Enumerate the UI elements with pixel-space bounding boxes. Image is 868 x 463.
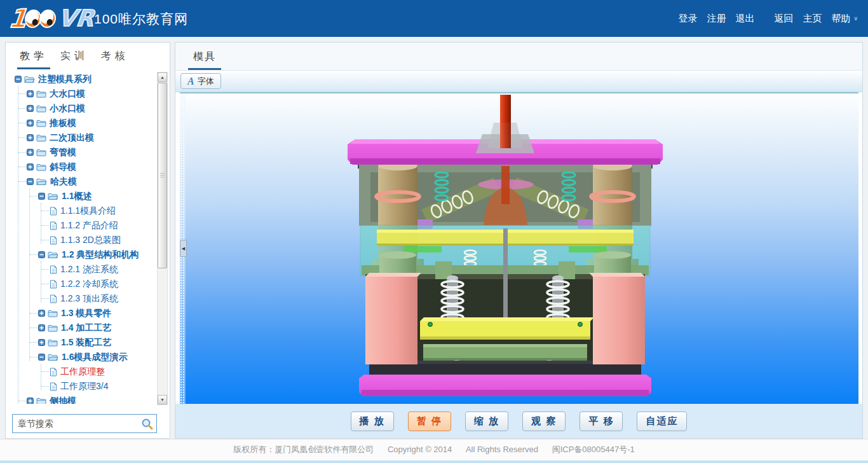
sidebar-tab[interactable]: 教学 [17, 43, 50, 69]
document-icon [50, 382, 57, 391]
expand-icon[interactable] [27, 149, 34, 156]
tree-item-label: 斜导模 [50, 162, 76, 173]
nav-link[interactable]: 注册 [707, 13, 726, 25]
expand-icon[interactable] [38, 324, 45, 331]
tree-item[interactable]: 工作原理整 [10, 364, 154, 379]
tree-item[interactable]: 注塑模具系列 [10, 72, 154, 86]
tree-item[interactable]: 1.1概述 [10, 189, 154, 204]
search-input[interactable] [13, 418, 137, 429]
tree-item-label: 1.1.1模具介绍 [60, 205, 116, 217]
rights-text: All Rights Reserved [466, 445, 538, 454]
observe-button[interactable]: 观 察 [522, 411, 566, 431]
expand-icon[interactable] [27, 397, 34, 404]
nav-link[interactable]: 帮助∨ [831, 13, 858, 25]
collapse-icon[interactable] [38, 193, 45, 200]
viewer-toolbar: A 字体 [175, 71, 862, 92]
tree-item[interactable]: 1.2 典型结构和机构 [10, 247, 154, 262]
mold-model-3d[interactable] [340, 95, 670, 401]
sidebar-tab[interactable]: 考核 [98, 43, 132, 69]
header-nav: 登录注册退出返回主页帮助∨ [668, 0, 858, 37]
tree-item[interactable]: 二次顶出模 [10, 130, 154, 145]
collapse-icon[interactable] [38, 251, 45, 258]
viewer-3d[interactable]: ◀ [180, 92, 858, 404]
folder-icon [36, 104, 46, 113]
tree-guide-line [41, 203, 41, 244]
tree-item[interactable]: 小水口模 [10, 101, 154, 116]
tree-item-label: 1.1.3 2D总装图 [60, 235, 121, 246]
tree-item[interactable]: 1.5 装配工艺 [10, 335, 154, 350]
tree-item-label: 1.3 模具零件 [61, 308, 111, 319]
tree-item[interactable]: 1.1.3 2D总装图 [10, 233, 154, 247]
tree-connector [41, 371, 49, 372]
scroll-up-button[interactable]: ▲ [158, 73, 167, 82]
tree-connector [18, 123, 26, 123]
font-button[interactable]: A 字体 [180, 73, 221, 89]
expand-icon[interactable] [38, 310, 45, 317]
logo-vr-text: VR [57, 6, 95, 31]
folder-icon [48, 324, 58, 332]
tree-item[interactable]: 推板模 [10, 116, 154, 130]
sidebar-tab[interactable]: 实训 [58, 43, 91, 69]
collapse-icon[interactable] [27, 178, 34, 185]
scroll-down-button[interactable]: ▼ [158, 395, 167, 404]
expand-icon[interactable] [27, 90, 34, 97]
tree-connector [18, 401, 26, 401]
search-button[interactable] [137, 415, 156, 432]
copyright-cn: 版权所有：厦门凤凰创壹软件有限公司 [233, 445, 374, 454]
tree-connector [30, 342, 37, 343]
tree-item-label: 哈夫模 [50, 176, 77, 188]
zoom-button[interactable]: 缩 放 [465, 411, 508, 431]
tree-item-label: 1.2.3 顶出系统 [60, 293, 118, 305]
document-icon [50, 221, 57, 230]
tree-item[interactable]: 弯管模 [10, 145, 154, 160]
chevron-down-icon: ∨ [853, 15, 858, 22]
scrollbar-thumb[interactable] [158, 83, 167, 268]
font-button-label: 字体 [198, 76, 214, 87]
play-button[interactable]: 播 放 [351, 411, 394, 431]
tree-connector [30, 328, 37, 328]
tree-item[interactable]: 斜导模 [10, 160, 154, 174]
tree-item[interactable]: 工作原理3/4 [10, 379, 154, 394]
collapse-icon[interactable] [15, 76, 22, 83]
tree-connector [30, 357, 37, 357]
mold-assembly-graphic [340, 95, 670, 399]
tree-item[interactable]: 1.4 加工工艺 [10, 321, 154, 335]
document-icon [50, 207, 57, 216]
tree-item[interactable]: 哈夫模 [10, 174, 154, 189]
tree-item[interactable]: 侧抽模 [10, 394, 154, 404]
nav-link[interactable]: 登录 [678, 13, 697, 25]
tree-item[interactable]: 1.6模具成型演示 [10, 350, 154, 364]
tree-item[interactable]: 1.3 模具零件 [10, 306, 154, 321]
tree-item[interactable]: 大水口模 [10, 86, 154, 101]
folder-icon [48, 309, 58, 317]
folder-icon [36, 134, 46, 142]
folder-open-icon [48, 353, 58, 361]
fit-button[interactable]: 自适应 [637, 411, 687, 431]
search-icon [141, 418, 153, 430]
nav-link[interactable]: 主页 [803, 13, 822, 25]
expand-icon[interactable] [27, 120, 34, 127]
expand-icon[interactable] [27, 105, 34, 112]
tree-item[interactable]: 1.2.1 浇注系统 [10, 262, 154, 277]
expand-icon[interactable] [27, 163, 34, 170]
tree-item[interactable]: 1.1.2 产品介绍 [10, 218, 154, 233]
pause-button[interactable]: 暂 停 [408, 411, 451, 431]
expand-icon[interactable] [38, 339, 45, 346]
tree-item[interactable]: 1.1.1模具介绍 [10, 204, 154, 218]
tree-item[interactable]: 1.2.2 冷却系统 [10, 277, 154, 291]
collapse-arrow-icon[interactable]: ◀ [180, 240, 187, 257]
tree-item-label: 侧抽模 [50, 396, 76, 404]
tree-connector [41, 269, 49, 270]
tree-guide-line [41, 364, 41, 390]
nav-link[interactable]: 退出 [735, 13, 754, 25]
tab-mold[interactable]: 模具 [188, 43, 221, 70]
collapse-icon[interactable] [38, 354, 45, 361]
tree-connector [41, 298, 49, 299]
site-logo[interactable]: 1 VR [9, 6, 93, 31]
pan-button[interactable]: 平 移 [580, 411, 623, 431]
expand-icon[interactable] [27, 134, 34, 141]
nav-link[interactable]: 返回 [774, 13, 793, 25]
tree-item[interactable]: 1.2.3 顶出系统 [10, 291, 154, 306]
tree-connector [18, 167, 26, 167]
tree-scrollbar[interactable]: ▲ ▼ [157, 72, 168, 405]
